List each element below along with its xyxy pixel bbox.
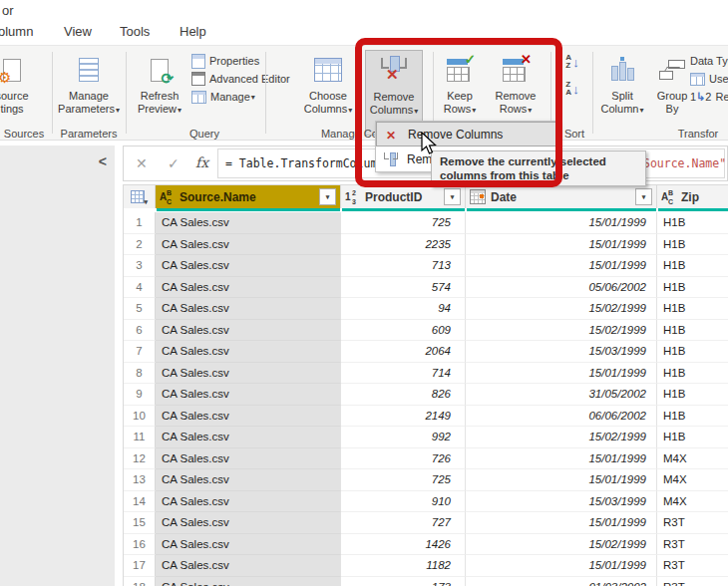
cell-date[interactable]: 31/05/2002	[466, 384, 657, 406]
cell-zip[interactable]: H1B	[657, 212, 728, 234]
cell-source-name[interactable]: CA Sales.csv	[156, 406, 341, 428]
cell-source-name[interactable]: CA Sales.csv	[156, 427, 341, 448]
column-header-source-name[interactable]: ABC Source.Name ▾	[156, 184, 341, 208]
cell-product-id[interactable]: 992	[341, 427, 466, 448]
cell-source-name[interactable]: CA Sales.csv	[156, 320, 341, 342]
cell-source-name[interactable]: CA Sales.csv	[156, 469, 341, 491]
cell-source-name[interactable]: CA Sales.csv	[156, 255, 341, 277]
cell-zip[interactable]: H1B	[657, 406, 728, 428]
table-corner-button[interactable]: ▾	[124, 184, 156, 208]
cell-zip[interactable]: H1B	[657, 255, 728, 277]
cell-product-id[interactable]: 910	[341, 491, 466, 513]
collapse-queries-pane-button[interactable]: <	[99, 153, 107, 169]
cell-product-id[interactable]: 574	[341, 277, 466, 299]
cell-product-id[interactable]: 725	[341, 212, 466, 234]
cell-product-id[interactable]: 725	[341, 469, 466, 491]
commit-formula-icon[interactable]: ✓	[168, 155, 180, 171]
tab-view[interactable]: View	[64, 24, 92, 39]
cell-zip[interactable]: R3T	[657, 534, 728, 556]
cell-source-name[interactable]: CA Sales.csv	[156, 555, 341, 577]
cell-zip[interactable]: H1B	[657, 277, 728, 299]
cell-date[interactable]: 15/01/1999	[466, 469, 657, 491]
cell-date[interactable]: 01/03/2002	[466, 577, 657, 586]
cell-source-name[interactable]: CA Sales.csv	[156, 298, 341, 320]
cancel-formula-icon[interactable]: ✕	[136, 155, 148, 171]
cell-date[interactable]: 15/01/1999	[466, 555, 657, 577]
advanced-editor-button[interactable]: Advanced Editor	[191, 71, 290, 87]
cell-product-id[interactable]: 609	[341, 320, 466, 342]
cell-product-id[interactable]: 826	[341, 384, 466, 406]
filter-button[interactable]: ▾	[444, 188, 461, 205]
tab-tools[interactable]: Tools	[120, 24, 150, 39]
cell-product-id[interactable]: 1182	[341, 555, 466, 577]
cell-product-id[interactable]: 2235	[341, 234, 466, 256]
cell-date[interactable]: 15/01/1999	[466, 234, 657, 256]
cell-zip[interactable]: H1B	[657, 427, 728, 448]
cell-zip[interactable]: M4X	[657, 469, 728, 491]
cell-source-name[interactable]: CA Sales.csv	[156, 534, 341, 556]
use-first-row-button[interactable]: Use F	[690, 71, 728, 87]
column-header-zip[interactable]: ABC Zip	[657, 184, 728, 208]
cell-date[interactable]: 15/02/1999	[466, 298, 657, 320]
manage-parameters-button[interactable]: Manage Parameters▾	[56, 50, 122, 136]
cell-zip[interactable]: M4X	[657, 491, 728, 513]
cell-source-name[interactable]: CA Sales.csv	[156, 212, 341, 234]
cell-source-name[interactable]: CA Sales.csv	[156, 234, 341, 256]
cell-product-id[interactable]: 2064	[341, 341, 466, 363]
cell-date[interactable]: 15/02/1999	[466, 427, 657, 448]
cell-date[interactable]: 05/06/2002	[466, 277, 657, 299]
filter-button[interactable]: ▾	[635, 188, 652, 205]
cell-date[interactable]: 15/01/1999	[466, 448, 657, 470]
sort-descending-button[interactable]: ZA ↓	[556, 77, 588, 101]
split-column-button[interactable]: Split Column▾	[596, 50, 648, 136]
cell-zip[interactable]: H1B	[657, 384, 728, 406]
cell-zip[interactable]: H1B	[657, 234, 728, 256]
data-type-button[interactable]: Data Type	[690, 53, 728, 69]
cell-source-name[interactable]: CA Sales.csv	[156, 577, 341, 586]
menu-item-remove-columns[interactable]: ✕ Remove Columns	[376, 122, 557, 146]
cell-zip[interactable]: H1B	[657, 298, 728, 320]
cell-product-id[interactable]: 727	[341, 512, 466, 534]
column-header-date[interactable]: Date ▾	[466, 184, 657, 208]
cell-date[interactable]: 15/01/1999	[466, 363, 657, 385]
cell-zip[interactable]: H1B	[657, 363, 728, 385]
filter-button[interactable]: ▾	[319, 188, 336, 205]
cell-zip[interactable]: R3T	[657, 577, 728, 586]
tab-help[interactable]: Help	[180, 24, 206, 39]
cell-date[interactable]: 15/03/1999	[466, 491, 657, 513]
manage-button[interactable]: Manage ▾	[191, 89, 255, 105]
cell-product-id[interactable]: 173	[341, 577, 466, 586]
cell-date[interactable]: 15/01/1999	[466, 212, 657, 234]
column-header-product-id[interactable]: 123 ProductID ▾	[341, 184, 466, 208]
cell-product-id[interactable]: 2149	[341, 406, 466, 428]
cell-source-name[interactable]: CA Sales.csv	[156, 341, 341, 363]
cell-source-name[interactable]: CA Sales.csv	[156, 363, 341, 385]
choose-columns-button[interactable]: Choose Columns▾	[299, 50, 357, 136]
cell-product-id[interactable]: 726	[341, 448, 466, 470]
cell-date[interactable]: 15/01/1999	[466, 512, 657, 534]
cell-zip[interactable]: M4X	[657, 448, 728, 470]
cell-source-name[interactable]: CA Sales.csv	[156, 491, 341, 513]
cell-source-name[interactable]: CA Sales.csv	[156, 512, 341, 534]
replace-values-button[interactable]: 1↳2 Repla	[690, 89, 728, 105]
cell-source-name[interactable]: CA Sales.csv	[156, 277, 341, 299]
cell-date[interactable]: 15/02/1999	[466, 534, 657, 556]
cell-date[interactable]: 15/01/1999	[466, 255, 657, 277]
data-source-settings-button[interactable]: ⚙ source tings	[0, 50, 44, 136]
cell-zip[interactable]: R3T	[657, 512, 728, 534]
group-by-button[interactable]: Group By	[650, 50, 694, 136]
cell-date[interactable]: 06/06/2002	[466, 406, 657, 428]
tab-add-column[interactable]: olumn	[0, 24, 33, 39]
cell-zip[interactable]: H1B	[657, 320, 728, 342]
refresh-preview-button[interactable]: ⟳ Refresh Preview▾	[132, 50, 187, 136]
cell-product-id[interactable]: 94	[341, 298, 466, 320]
cell-zip[interactable]: H1B	[657, 341, 728, 363]
cell-zip[interactable]: R3T	[657, 555, 728, 577]
cell-source-name[interactable]: CA Sales.csv	[156, 384, 341, 406]
sort-ascending-button[interactable]: AZ ↓	[556, 50, 588, 74]
cell-product-id[interactable]: 1426	[341, 534, 466, 556]
cell-date[interactable]: 15/03/1999	[466, 341, 657, 363]
cell-product-id[interactable]: 714	[341, 363, 466, 385]
properties-button[interactable]: Properties	[191, 53, 259, 69]
cell-date[interactable]: 15/02/1999	[466, 320, 657, 342]
